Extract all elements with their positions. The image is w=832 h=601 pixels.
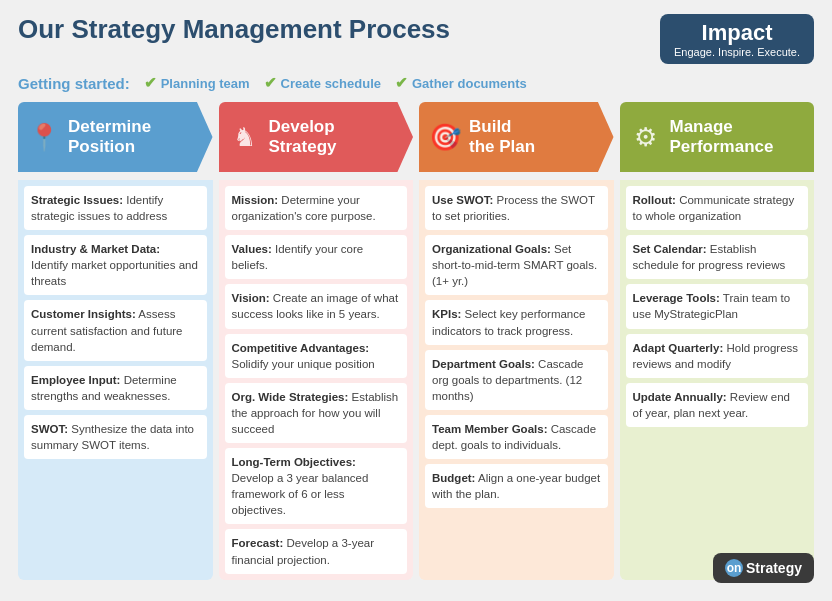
onstrategy-logo: on Strategy <box>713 553 814 583</box>
item-bold: Rollout: <box>633 194 676 206</box>
item-bold: Budget: <box>432 472 475 484</box>
brand-tagline: Engage. Inspire. Execute. <box>674 46 800 58</box>
on-icon: on <box>725 559 743 577</box>
item-bold: Organizational Goals: <box>432 243 551 255</box>
list-item: Adapt Quarterly: Hold progress reviews a… <box>626 334 809 378</box>
col-header-determine-title: DeterminePosition <box>68 117 151 158</box>
list-item: KPIs: Select key performance indicators … <box>425 300 608 344</box>
col-header-develop-title: DevelopStrategy <box>269 117 337 158</box>
list-item: Budget: Align a one-year budget with the… <box>425 464 608 508</box>
column-manage: Rollout: Communicate strategy to whole o… <box>620 180 815 580</box>
item-bold: Customer Insights: <box>31 308 136 320</box>
item-bold: Update Annually: <box>633 391 727 403</box>
list-item: Department Goals: Cascade org goals to d… <box>425 350 608 410</box>
gs-text-1: Planning team <box>161 76 250 91</box>
list-item: Mission: Determine your organization's c… <box>225 186 408 230</box>
item-bold: Adapt Quarterly: <box>633 342 724 354</box>
brand-box: Impact Engage. Inspire. Execute. <box>660 14 814 64</box>
item-text: Develop a 3 year balanced framework of 6… <box>232 472 369 516</box>
col-header-manage: ⚙ ManagePerformance <box>620 102 815 172</box>
determine-icon: 📍 <box>28 122 60 153</box>
column-develop: Mission: Determine your organization's c… <box>219 180 414 580</box>
col-header-build: 🎯 Buildthe Plan <box>419 102 614 172</box>
column-headers: 📍 DeterminePosition ♞ DevelopStrategy 🎯 … <box>18 102 814 172</box>
list-item: Vision: Create an image of what success … <box>225 284 408 328</box>
col-header-develop: ♞ DevelopStrategy <box>219 102 414 172</box>
column-determine: Strategic Issues: Identify strategic iss… <box>18 180 213 580</box>
header: Our Strategy Management Process Impact E… <box>18 14 814 64</box>
list-item: Long-Term Objectives: Develop a 3 year b… <box>225 448 408 524</box>
develop-icon: ♞ <box>229 122 261 153</box>
list-item: Values: Identify your core beliefs. <box>225 235 408 279</box>
item-bold: KPIs: <box>432 308 461 320</box>
column-build: Use SWOT: Process the SWOT to set priori… <box>419 180 614 580</box>
list-item: Employee Input: Determine strengths and … <box>24 366 207 410</box>
getting-started-label: Getting started: <box>18 75 130 92</box>
brand-impact: Impact <box>674 20 800 46</box>
gs-item-3: ✔ Gather documents <box>395 74 527 92</box>
list-item: Forecast: Develop a 3-year financial pro… <box>225 529 408 573</box>
check-icon-1: ✔ <box>144 74 157 92</box>
item-bold: Forecast: <box>232 537 284 549</box>
item-bold: Values: <box>232 243 272 255</box>
list-item: SWOT: Synthesize the data into summary S… <box>24 415 207 459</box>
content-area: Strategic Issues: Identify strategic iss… <box>18 180 814 580</box>
item-bold: Employee Input: <box>31 374 120 386</box>
page-title: Our Strategy Management Process <box>18 14 450 45</box>
item-bold: Use SWOT: <box>432 194 493 206</box>
col-header-build-title: Buildthe Plan <box>469 117 535 158</box>
gs-item-2: ✔ Create schedule <box>264 74 381 92</box>
main-container: Our Strategy Management Process Impact E… <box>0 0 832 601</box>
check-icon-2: ✔ <box>264 74 277 92</box>
item-bold: Long-Term Objectives: <box>232 456 356 468</box>
list-item: Org. Wide Strategies: Establish the appr… <box>225 383 408 443</box>
col-header-determine: 📍 DeterminePosition <box>18 102 213 172</box>
list-item: Strategic Issues: Identify strategic iss… <box>24 186 207 230</box>
gs-item-1: ✔ Planning team <box>144 74 250 92</box>
manage-icon: ⚙ <box>630 122 662 153</box>
gs-text-3: Gather documents <box>412 76 527 91</box>
item-bold: SWOT: <box>31 423 68 435</box>
getting-started-bar: Getting started: ✔ Planning team ✔ Creat… <box>18 74 814 92</box>
item-bold: Competitive Advantages: <box>232 342 370 354</box>
gs-text-2: Create schedule <box>281 76 381 91</box>
item-bold: Mission: <box>232 194 279 206</box>
item-bold: Strategic Issues: <box>31 194 123 206</box>
item-text: Solidify your unique position <box>232 358 375 370</box>
item-bold: Industry & Market Data: <box>31 243 160 255</box>
list-item: Industry & Market Data: Identify market … <box>24 235 207 295</box>
list-item: Competitive Advantages: Solidify your un… <box>225 334 408 378</box>
item-bold: Department Goals: <box>432 358 535 370</box>
list-item: Organizational Goals: Set short-to-mid-t… <box>425 235 608 295</box>
item-bold: Leverage Tools: <box>633 292 720 304</box>
item-bold: Org. Wide Strategies: <box>232 391 349 403</box>
strategy-text: Strategy <box>746 560 802 576</box>
item-bold: Vision: <box>232 292 270 304</box>
col-header-manage-title: ManagePerformance <box>670 117 774 158</box>
item-text: Identify market opportunities and threat… <box>31 259 198 287</box>
list-item: Customer Insights: Assess current satisf… <box>24 300 207 360</box>
list-item: Set Calendar: Establish schedule for pro… <box>626 235 809 279</box>
list-item: Update Annually: Review end of year, pla… <box>626 383 809 427</box>
list-item: Leverage Tools: Train team to use MyStra… <box>626 284 809 328</box>
item-bold: Set Calendar: <box>633 243 707 255</box>
item-bold: Team Member Goals: <box>432 423 547 435</box>
list-item: Team Member Goals: Cascade dept. goals t… <box>425 415 608 459</box>
list-item: Rollout: Communicate strategy to whole o… <box>626 186 809 230</box>
check-icon-3: ✔ <box>395 74 408 92</box>
list-item: Use SWOT: Process the SWOT to set priori… <box>425 186 608 230</box>
build-icon: 🎯 <box>429 122 461 153</box>
